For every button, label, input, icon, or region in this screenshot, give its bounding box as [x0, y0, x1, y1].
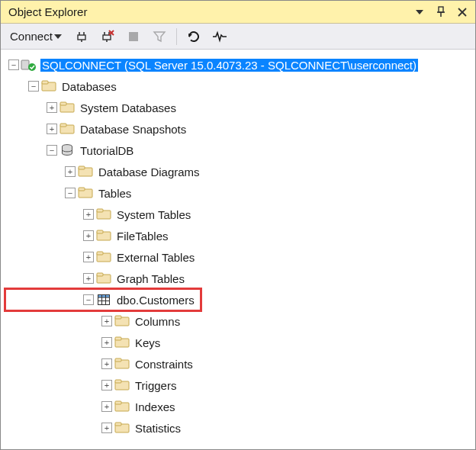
tree-triggers[interactable]: + Triggers [5, 374, 475, 396]
expand-icon[interactable]: + [101, 401, 112, 412]
tree-label: FileTables [115, 230, 170, 243]
folder-icon [60, 101, 74, 114]
tree-tables[interactable]: − Tables [5, 182, 475, 204]
svg-rect-7 [78, 35, 85, 40]
tree-keys[interactable]: + Keys [5, 332, 475, 353]
collapse-icon[interactable]: − [47, 145, 57, 156]
tree-view[interactable]: − SQLCONNECT (SQL Server 15.0.4073.23 - … [1, 50, 475, 443]
svg-rect-40 [97, 273, 103, 276]
database-icon [60, 144, 74, 156]
tree-tutorialdb[interactable]: − TutorialDB [5, 140, 475, 161]
tree-columns[interactable]: + Columns [5, 310, 475, 332]
tree-filetables[interactable]: + FileTables [5, 225, 475, 246]
folder-icon [97, 251, 111, 263]
toolbar: Connect [1, 24, 475, 50]
svg-rect-47 [115, 316, 121, 319]
server-connected-icon [22, 59, 36, 71]
expand-icon[interactable]: + [65, 166, 76, 177]
tree-label: Tables [97, 187, 133, 200]
folder-icon [115, 358, 129, 370]
tree-database-diagrams[interactable]: + Database Diagrams [5, 161, 475, 182]
tree-system-databases[interactable]: + System Databases [5, 97, 475, 118]
tree-databases[interactable]: − Databases [5, 76, 475, 97]
svg-rect-17 [129, 32, 138, 41]
filter-icon [150, 27, 169, 46]
expand-icon[interactable]: + [101, 380, 112, 391]
tree-external-tables[interactable]: + External Tables [5, 246, 475, 268]
disconnect-plug-icon[interactable] [98, 27, 117, 46]
svg-rect-25 [60, 102, 66, 105]
expand-icon[interactable]: + [101, 337, 112, 348]
tree-label: Columns [133, 315, 182, 328]
toolbar-separator [176, 28, 177, 45]
tree-constraints[interactable]: + Constraints [5, 353, 475, 374]
folder-icon [97, 208, 111, 220]
tree-indexes[interactable]: + Indexes [5, 396, 475, 417]
tree-label: Triggers [133, 379, 178, 392]
tree-label: System Databases [79, 101, 178, 114]
tree-label: Database Diagrams [97, 166, 201, 178]
expand-icon[interactable]: + [83, 252, 94, 262]
tree-dbo-customers[interactable]: − dbo.Customers [5, 289, 201, 310]
panel-title: Object Explorer [8, 5, 407, 18]
svg-rect-34 [97, 209, 103, 212]
svg-rect-11 [103, 35, 111, 40]
expand-icon[interactable]: + [47, 124, 57, 134]
svg-rect-30 [79, 166, 85, 169]
svg-rect-55 [115, 401, 121, 404]
tree-graph-tables[interactable]: + Graph Tables [5, 268, 475, 289]
tree-label: Indexes [133, 400, 177, 413]
folder-icon [97, 272, 111, 284]
tree-label: dbo.Customers [115, 294, 196, 307]
folder-icon [115, 336, 129, 349]
svg-marker-18 [154, 32, 165, 41]
folder-icon [97, 230, 111, 242]
activity-monitor-icon[interactable] [211, 27, 229, 46]
svg-rect-49 [115, 337, 121, 340]
expand-icon[interactable]: + [101, 316, 112, 326]
svg-point-21 [28, 63, 36, 71]
close-button[interactable] [454, 4, 471, 21]
expand-icon[interactable]: + [101, 423, 112, 433]
svg-rect-1 [439, 7, 443, 12]
expand-icon[interactable]: + [83, 230, 94, 241]
stop-icon [124, 27, 143, 46]
connect-button[interactable]: Connect [7, 28, 65, 44]
expand-icon[interactable]: + [83, 273, 94, 284]
svg-rect-42 [98, 295, 110, 298]
collapse-icon[interactable]: − [83, 294, 94, 305]
refresh-icon[interactable] [185, 27, 203, 46]
svg-rect-27 [60, 124, 66, 127]
svg-marker-19 [188, 34, 192, 37]
tree-system-tables[interactable]: + System Tables [5, 204, 475, 225]
svg-rect-51 [115, 358, 121, 362]
svg-rect-36 [97, 230, 103, 233]
tree-label: Statistics [133, 422, 182, 435]
svg-marker-6 [54, 34, 62, 39]
tree-server-root[interactable]: − SQLCONNECT (SQL Server 15.0.4073.23 - … [5, 54, 475, 76]
expand-icon[interactable]: + [101, 358, 112, 369]
tree-label: Databases [60, 80, 118, 93]
expand-icon[interactable]: + [83, 209, 94, 220]
collapse-icon[interactable]: − [65, 188, 76, 198]
pin-button[interactable] [433, 4, 449, 21]
window-controls [407, 4, 471, 21]
collapse-icon[interactable]: − [28, 81, 39, 92]
window-position-button[interactable] [411, 4, 428, 21]
tree-database-snapshots[interactable]: + Database Snapshots [5, 118, 475, 140]
tree-label: External Tables [115, 251, 196, 264]
svg-rect-38 [97, 252, 103, 255]
expand-icon[interactable]: + [47, 102, 57, 113]
svg-rect-20 [21, 60, 29, 69]
collapse-icon[interactable]: − [8, 59, 19, 70]
svg-rect-32 [79, 188, 85, 191]
table-icon [97, 294, 111, 306]
svg-rect-57 [115, 423, 121, 426]
folder-icon [115, 315, 129, 327]
panel-titlebar: Object Explorer [1, 1, 475, 24]
tree-statistics[interactable]: + Statistics [5, 417, 475, 439]
folder-icon [115, 422, 129, 434]
connect-plug-icon[interactable] [72, 27, 91, 46]
tree-label: Database Snapshots [79, 123, 188, 136]
tree-label: TutorialDB [79, 144, 135, 157]
